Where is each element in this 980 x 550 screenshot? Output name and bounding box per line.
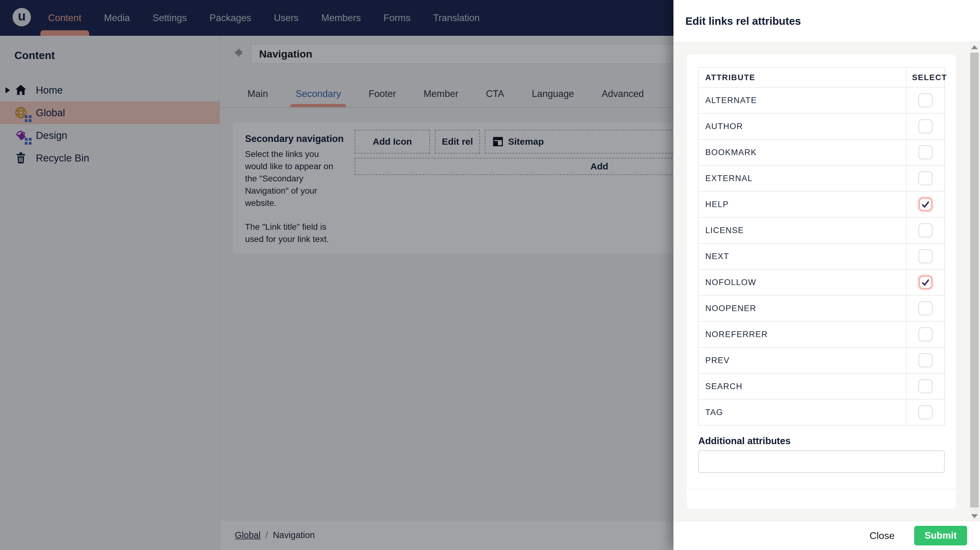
attribute-checkbox[interactable] [918,379,932,393]
attribute-checkbox[interactable] [918,171,932,185]
attribute-label: HELP [698,192,906,217]
attribute-label: NOREFERRER [698,322,906,347]
attribute-row: BOOKMARK [698,139,945,165]
attribute-checkbox[interactable] [918,145,932,159]
modal-backdrop[interactable] [0,0,673,550]
attribute-row: HELP [698,191,945,217]
attribute-row: ALTERNATE [698,87,945,113]
attribute-row: SEARCH [698,373,945,399]
panel-title: Edit links rel attributes [686,15,801,27]
attribute-label: PREV [698,347,906,373]
attribute-column-header: ATTRIBUTE [698,68,906,87]
checkmark-icon [921,200,931,209]
panel-footer: Close Submit [673,521,980,550]
panel-scrollbar[interactable] [970,42,979,521]
attribute-label: SEARCH [698,374,906,399]
attribute-checkbox[interactable] [918,93,932,107]
additional-attributes-label: Additional attributes [698,436,791,447]
attribute-checkbox[interactable] [918,405,932,419]
panel-header: Edit links rel attributes [673,0,980,42]
attribute-checkbox[interactable] [918,353,932,368]
attribute-row: LICENSE [698,217,945,243]
scroll-up-arrow-icon[interactable] [970,42,979,52]
attribute-checkbox[interactable] [918,275,932,289]
attribute-label: NOOPENER [698,295,906,321]
scrollbar-thumb[interactable] [970,52,979,507]
attribute-row: PREV [698,347,945,373]
submit-button[interactable]: Submit [914,526,967,545]
attribute-checkbox[interactable] [918,249,932,263]
checkmark-icon [921,277,931,287]
table-rows: ALTERNATE AUTHOR [698,87,945,425]
attribute-checkbox[interactable] [918,327,932,341]
attributes-card: ATTRIBUTE SELECT ALTERNATE [687,54,956,509]
attribute-row: NEXT [698,243,945,269]
umbraco-backoffice-screen: u ContentMediaSettingsPackagesUsersMembe… [0,0,980,550]
attribute-checkbox[interactable] [918,301,932,315]
attribute-label: EXTERNAL [698,165,906,191]
attribute-row: AUTHOR [698,113,945,139]
edit-rel-attributes-panel: Edit links rel attributes ATTRIBUTE SELE… [673,0,980,550]
attribute-row: TAG [698,399,945,425]
additional-attributes-input[interactable] [698,450,945,473]
attribute-label: LICENSE [698,217,906,243]
attribute-label: TAG [698,399,906,425]
attribute-label: BOOKMARK [698,139,906,165]
attribute-checkbox[interactable] [918,119,932,133]
scroll-down-arrow-icon[interactable] [970,511,979,521]
select-column-header: SELECT [906,68,945,87]
attribute-row: EXTERNAL [698,165,945,191]
attributes-table: ATTRIBUTE SELECT ALTERNATE [698,67,945,425]
attribute-label: NEXT [698,244,906,269]
attribute-row: NOOPENER [698,295,945,321]
attribute-checkbox[interactable] [918,197,932,211]
attribute-row: NOREFERRER [698,321,945,347]
attribute-label: ALTERNATE [698,87,906,113]
close-button[interactable]: Close [869,530,894,541]
attribute-label: AUTHOR [698,114,906,139]
attribute-label: NOFOLLOW [698,269,906,295]
attribute-checkbox[interactable] [918,223,932,238]
panel-body: ATTRIBUTE SELECT ALTERNATE [673,42,980,521]
attribute-row: NOFOLLOW [698,269,945,295]
table-header-row: ATTRIBUTE SELECT [698,68,945,87]
card-divider [687,489,956,490]
